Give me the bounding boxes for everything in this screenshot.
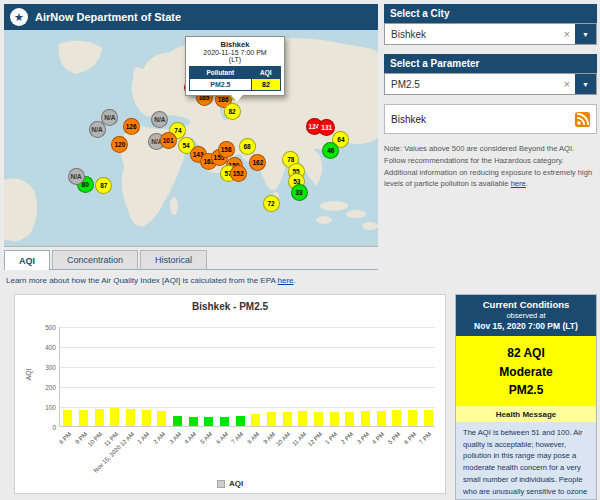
map-popup: Bishkek 2020-11-15 7:00 PM (LT) Pollutan… — [185, 36, 285, 96]
chart-bar[interactable] — [110, 408, 119, 426]
x-tick-label: 4 PM — [371, 431, 385, 445]
chart-bar[interactable] — [377, 411, 386, 426]
aqi-chart-panel: Bishkek - PM2.5 AQI 01002003004005008 PM… — [14, 294, 446, 494]
chart-bar[interactable] — [251, 414, 260, 426]
y-tick-label: 200 — [45, 384, 60, 391]
health-message-body: The AQI is between 51 and 100. Air quali… — [456, 422, 596, 500]
chart-bar[interactable] — [126, 409, 135, 426]
map-marker[interactable]: 33 — [291, 184, 308, 201]
x-tick-label: 1 AM — [136, 431, 150, 445]
map-marker[interactable]: 101 — [160, 132, 177, 149]
chart-bar[interactable] — [361, 411, 370, 426]
note-here-link[interactable]: here — [511, 179, 526, 188]
chart-bar[interactable] — [189, 417, 198, 426]
chart-bar[interactable] — [95, 409, 104, 426]
map-marker[interactable]: 68 — [239, 138, 256, 155]
clear-icon[interactable]: × — [559, 78, 575, 90]
x-tick-label: 1 PM — [324, 431, 338, 445]
x-tick-label: 8 PM — [58, 431, 72, 445]
x-tick-label: 11 AM — [291, 431, 307, 447]
legend-label: AQI — [229, 479, 243, 488]
chart-bar[interactable] — [236, 416, 245, 426]
rss-feed-box: Bishkek — [384, 104, 597, 134]
beyond-aqi-note: Note: Values above 500 are considered Be… — [384, 143, 597, 190]
chart-bar[interactable] — [220, 417, 229, 426]
learn-more-here-link[interactable]: here — [278, 276, 294, 285]
world-aqi-map[interactable]: 1531651869382124131644674N/A101541431631… — [4, 30, 378, 247]
chart-bar[interactable] — [392, 410, 401, 426]
clear-icon[interactable]: × — [559, 28, 575, 40]
chart-bar[interactable] — [314, 412, 323, 426]
chart-bar[interactable] — [63, 410, 72, 426]
health-message-header: Health Message — [456, 406, 596, 422]
map-marker[interactable]: 152 — [230, 165, 247, 182]
chart-bar[interactable] — [173, 416, 182, 426]
city-select-value[interactable]: Bishkek — [385, 29, 559, 40]
chart-legend[interactable]: AQI — [15, 479, 445, 488]
x-tick-label: 5 AM — [199, 431, 213, 445]
current-aqi-category: Moderate — [456, 363, 596, 382]
map-marker[interactable]: 82 — [224, 103, 241, 120]
map-marker[interactable]: 72 — [263, 195, 280, 212]
tab-concentration[interactable]: Concentration — [52, 250, 138, 269]
y-tick-label: 100 — [45, 404, 60, 411]
x-tick-label: 10 AM — [275, 431, 291, 447]
chart-bar[interactable] — [267, 412, 276, 426]
x-tick-label: 9 AM — [262, 431, 276, 445]
chart-bar[interactable] — [142, 410, 151, 426]
map-marker[interactable]: N/A — [68, 168, 85, 185]
popup-city: Bishkek — [189, 40, 281, 49]
feed-city-title: Bishkek — [391, 114, 426, 125]
x-tick-label: 10 PM — [87, 431, 104, 448]
gridline — [60, 347, 435, 348]
chart-bar[interactable] — [298, 411, 307, 426]
x-tick-label: 6 PM — [403, 431, 417, 445]
select-city-header[interactable]: Select a City — [384, 4, 597, 23]
current-conditions-panel: Current Conditions observed at Nov 15, 2… — [455, 294, 597, 500]
x-tick-label: 3 AM — [168, 431, 182, 445]
chart-bar[interactable] — [204, 417, 213, 426]
gridline — [60, 387, 435, 388]
tab-historical[interactable]: Historical — [140, 250, 207, 269]
current-aqi-block: 82 AQI Moderate PM2.5 — [456, 336, 596, 406]
city-select[interactable]: Bishkek × ▼ — [384, 23, 597, 45]
map-marker[interactable]: 158 — [218, 141, 235, 158]
chart-bar[interactable] — [408, 410, 417, 426]
select-city-label: Select a City — [390, 8, 449, 19]
rss-icon[interactable] — [575, 112, 590, 127]
chevron-down-icon[interactable]: ▼ — [575, 24, 596, 44]
parameter-select-value[interactable]: PM2.5 — [385, 79, 559, 90]
y-tick-label: 0 — [52, 424, 60, 431]
chart-bar[interactable] — [283, 412, 292, 426]
department-of-state-seal-icon: ★ — [10, 8, 28, 26]
x-tick-label: 2 AM — [152, 431, 166, 445]
chart-bar[interactable] — [345, 412, 354, 426]
chart-bar[interactable] — [330, 412, 339, 426]
x-tick-label: 3 PM — [356, 431, 370, 445]
chevron-down-icon[interactable]: ▼ — [575, 74, 596, 94]
popup-local-time-label: (LT) — [189, 56, 281, 63]
chart-bar[interactable] — [79, 410, 88, 426]
map-marker[interactable]: 126 — [123, 118, 140, 135]
x-tick-label: 7 AM — [230, 431, 244, 445]
chart-plot: 01002003004005008 PM9 PM10 PM11 PMNov 15… — [59, 327, 435, 427]
gridline — [60, 327, 435, 328]
popup-pollutant-value: PM2.5 — [190, 79, 252, 91]
current-aqi-value: 82 AQI — [456, 344, 596, 363]
x-tick-label: 4 AM — [183, 431, 197, 445]
popup-col-aqi: AQI — [251, 67, 280, 79]
legend-swatch — [217, 480, 225, 488]
tabs: AQIConcentrationHistorical — [4, 251, 378, 270]
current-aqi-pollutant: PM2.5 — [456, 381, 596, 400]
x-tick-label: 2 PM — [340, 431, 354, 445]
parameter-select[interactable]: PM2.5 × ▼ — [384, 73, 597, 95]
chart-yaxis-title: AQI — [25, 364, 32, 386]
observed-at-label: observed at — [458, 311, 594, 320]
chart-bar[interactable] — [157, 411, 166, 426]
select-parameter-header[interactable]: Select a Parameter — [384, 54, 597, 73]
chart-bar[interactable] — [424, 410, 433, 426]
tab-aqi[interactable]: AQI — [4, 250, 50, 270]
gridline — [60, 367, 435, 368]
x-tick-label: 7 PM — [418, 431, 432, 445]
learn-more-line: Learn more about how the Air Quality Ind… — [6, 276, 296, 285]
